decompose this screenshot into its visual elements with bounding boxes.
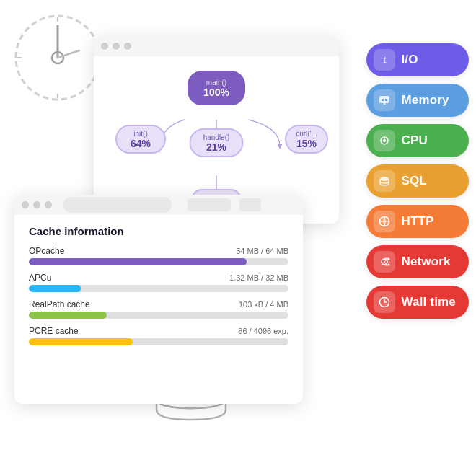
cache-toolbar-item2 xyxy=(239,198,261,211)
svg-rect-10 xyxy=(382,99,384,101)
badge-walltime[interactable]: Wall time xyxy=(366,286,469,319)
cache-label-opcache: OPcache xyxy=(29,246,64,256)
cache-label-pcre: PCRE cache xyxy=(29,326,79,336)
cache-value-apcu: 1.32 MB / 32 MB xyxy=(229,273,288,282)
cache-bar-bg-pcre xyxy=(29,338,288,345)
svg-point-19 xyxy=(388,258,390,260)
sql-label: SQL xyxy=(401,174,426,188)
io-icon: ↕ xyxy=(374,49,395,71)
cache-row-opcache: OPcache 54 MB / 64 MB xyxy=(29,246,288,265)
flow-node-main: main() 100% xyxy=(188,71,245,105)
cache-dot-1 xyxy=(22,201,29,208)
network-label: Network xyxy=(401,255,450,269)
flow-node-init: init() 64% xyxy=(115,125,166,154)
cache-value-realpath: 103 kB / 4 MB xyxy=(239,300,288,309)
flow-node-handle: handle() 21% xyxy=(190,128,244,157)
cache-dot-2 xyxy=(33,201,40,208)
http-label: HTTP xyxy=(401,214,433,229)
flow-node-curl: curl('... 15% xyxy=(285,125,328,154)
svg-rect-9 xyxy=(379,96,389,103)
cache-bar-fill-apcu xyxy=(29,285,81,292)
network-icon xyxy=(374,251,395,273)
memory-label: Memory xyxy=(401,93,449,107)
flow-window-titlebar xyxy=(94,36,339,56)
badges-container: ↕ I/O Memory CPU SQL HTTP Network xyxy=(366,43,469,319)
cpu-icon xyxy=(374,130,395,151)
cache-value-opcache: 54 MB / 64 MB xyxy=(236,247,288,255)
badge-memory[interactable]: Memory xyxy=(366,84,469,117)
svg-rect-12 xyxy=(383,103,386,105)
cache-bar-bg-opcache xyxy=(29,258,288,265)
titlebar-dot-3 xyxy=(124,43,131,50)
titlebar-dot-2 xyxy=(113,43,120,50)
cache-title: Cache information xyxy=(29,225,288,237)
svg-point-20 xyxy=(388,264,390,266)
cache-search-bar xyxy=(63,197,172,213)
io-label: I/O xyxy=(401,53,418,67)
cache-value-pcre: 86 / 4096 exp. xyxy=(238,327,288,335)
cache-label-apcu: APCu xyxy=(29,273,51,283)
svg-rect-11 xyxy=(385,99,387,101)
cache-label-realpath: RealPath cache xyxy=(29,299,90,309)
cache-content: Cache information OPcache 54 MB / 64 MB … xyxy=(14,215,303,360)
clock-decoration xyxy=(7,7,108,108)
http-icon xyxy=(374,211,395,232)
badge-network[interactable]: Network xyxy=(366,245,469,278)
cache-dot-3 xyxy=(45,201,52,208)
badge-sql[interactable]: SQL xyxy=(366,164,469,198)
cache-row-pcre: PCRE cache 86 / 4096 exp. xyxy=(29,326,288,345)
walltime-label: Wall time xyxy=(401,295,456,309)
badge-io[interactable]: ↕ I/O xyxy=(366,43,469,76)
cache-bar-fill-pcre xyxy=(29,338,133,345)
cache-bar-bg-apcu xyxy=(29,285,288,292)
svg-point-15 xyxy=(380,177,389,181)
cache-bar-fill-opcache xyxy=(29,258,247,265)
cache-window: Cache information OPcache 54 MB / 64 MB … xyxy=(14,195,303,404)
memory-icon xyxy=(374,89,395,111)
cache-toolbar-item xyxy=(188,198,231,211)
cache-bar-fill-realpath xyxy=(29,312,107,319)
cache-bar-bg-realpath xyxy=(29,312,288,319)
titlebar-dot-1 xyxy=(101,43,108,50)
badge-http[interactable]: HTTP xyxy=(366,205,469,238)
cache-titlebar xyxy=(14,195,303,215)
cpu-label: CPU xyxy=(401,133,427,148)
cache-row-realpath: RealPath cache 103 kB / 4 MB xyxy=(29,299,288,319)
badge-cpu[interactable]: CPU xyxy=(366,124,469,157)
cache-row-apcu: APCu 1.32 MB / 32 MB xyxy=(29,273,288,292)
sql-icon xyxy=(374,170,395,192)
walltime-icon xyxy=(374,291,395,313)
